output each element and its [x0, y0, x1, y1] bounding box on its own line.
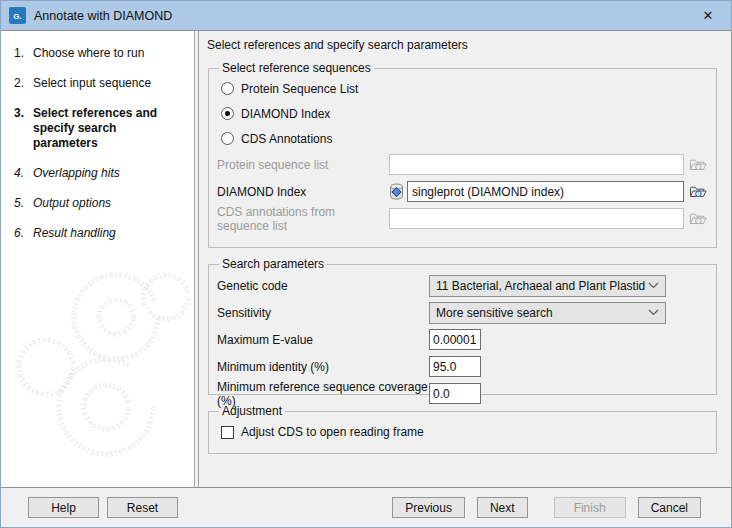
- diamond-index-row: DIAMOND Index: [217, 178, 708, 205]
- param-label: Minimum identity (%): [217, 360, 429, 374]
- adjustment-group: Adjustment Adjust CDS to open reading fr…: [208, 404, 717, 454]
- max-evalue-input[interactable]: [429, 329, 481, 350]
- window-title: Annotate with DIAMOND: [34, 9, 172, 23]
- svg-text:011010011001011010010110100101: 0110100110010110100101101001011010011001…: [1, 272, 137, 338]
- checkbox-unchecked-icon: [221, 426, 234, 439]
- radio-diamond-index[interactable]: DIAMOND Index: [221, 101, 708, 126]
- close-icon[interactable]: ✕: [685, 1, 731, 30]
- next-button[interactable]: Next: [477, 497, 528, 518]
- max-evalue-row: Maximum E-value: [217, 326, 708, 353]
- cancel-button[interactable]: Cancel: [638, 497, 701, 518]
- min-coverage-row: Minimum reference sequence coverage (%): [217, 380, 708, 407]
- step-label: Result handling: [33, 226, 183, 241]
- help-button[interactable]: Help: [28, 497, 99, 518]
- wizard-step-1: 1. Choose where to run: [14, 46, 194, 61]
- finish-button-disabled: Finish: [554, 497, 626, 518]
- radio-label: DIAMOND Index: [241, 107, 330, 121]
- folder-browse-icon: [689, 184, 707, 200]
- dropdown-selected-value: More sensitive search: [436, 306, 553, 320]
- title-bar[interactable]: G. Annotate with DIAMOND ✕: [1, 1, 731, 30]
- param-label: Genetic code: [217, 279, 429, 293]
- step-number: 2.: [14, 76, 33, 91]
- radio-label: CDS Annotations: [241, 132, 332, 146]
- diamond-index-element-icon: [389, 183, 404, 200]
- step-label: Output options: [33, 196, 183, 211]
- folder-browse-icon: [689, 157, 707, 173]
- adjust-cds-checkbox-row[interactable]: Adjust CDS to open reading frame: [221, 419, 708, 445]
- chevron-down-icon: [648, 309, 659, 316]
- min-identity-row: Minimum identity (%): [217, 353, 708, 380]
- radio-cds-annotations[interactable]: CDS Annotations: [221, 126, 708, 151]
- browse-button-disabled: [687, 210, 708, 228]
- dialog-button-bar: Help Reset Previous Next Finish Cancel: [1, 487, 731, 527]
- step-number: 4.: [14, 166, 33, 181]
- cds-annotations-input: [389, 208, 684, 229]
- wizard-step-3-current: 3. Select references and specify search …: [14, 106, 194, 151]
- step-label: Overlapping hits: [33, 166, 183, 181]
- group-legend: Select reference sequences: [219, 61, 374, 75]
- step-label: Select input sequence: [33, 76, 183, 91]
- field-label: DIAMOND Index: [217, 185, 389, 199]
- radio-label: Protein Sequence List: [241, 82, 358, 96]
- checkbox-label: Adjust CDS to open reading frame: [241, 425, 424, 439]
- wizard-step-list: 1. Choose where to run 2. Select input s…: [1, 31, 194, 241]
- select-reference-sequences-group: Select reference sequences Protein Seque…: [208, 61, 717, 248]
- chevron-down-icon: [648, 282, 659, 289]
- field-label: Protein sequence list: [217, 158, 389, 172]
- diamond-index-input[interactable]: [407, 181, 684, 202]
- binary-spiral-watermark-image: 0110100110010110100101101001011010011001…: [1, 272, 195, 487]
- param-label: Sensitivity: [217, 306, 429, 320]
- protein-sequence-list-row: Protein sequence list: [217, 151, 708, 178]
- sensitivity-row: Sensitivity More sensitive search: [217, 299, 708, 326]
- wizard-step-5: 5. Output options: [14, 196, 194, 211]
- genetic-code-dropdown[interactable]: 11 Bacterial, Archaeal and Plant Plastid: [429, 275, 666, 297]
- wizard-step-6: 6. Result handling: [14, 226, 194, 241]
- wizard-main-panel: Select references and specify search par…: [198, 31, 731, 487]
- browse-button-disabled: [687, 156, 708, 174]
- dropdown-selected-value: 11 Bacterial, Archaeal and Plant Plastid: [436, 279, 645, 293]
- browse-diamond-index-button[interactable]: [687, 183, 708, 201]
- sensitivity-dropdown[interactable]: More sensitive search: [429, 302, 666, 324]
- previous-button[interactable]: Previous: [392, 497, 465, 518]
- group-legend: Search parameters: [219, 257, 327, 271]
- min-identity-input[interactable]: [429, 356, 481, 377]
- search-parameters-group: Search parameters Genetic code 11 Bacter…: [208, 257, 717, 395]
- group-legend: Adjustment: [219, 404, 285, 418]
- protein-sequence-list-input: [389, 154, 684, 175]
- cds-annotations-row: CDS annotations from sequence list: [217, 205, 708, 232]
- reset-button[interactable]: Reset: [107, 497, 178, 518]
- wizard-body: 1. Choose where to run 2. Select input s…: [1, 30, 731, 487]
- radio-icon: [221, 132, 234, 145]
- wizard-step-4: 4. Overlapping hits: [14, 166, 194, 181]
- radio-selected-icon: [221, 107, 234, 120]
- step-label: Choose where to run: [33, 46, 183, 61]
- wizard-steps-sidebar: 1. Choose where to run 2. Select input s…: [1, 31, 195, 487]
- step-number: 5.: [14, 196, 33, 211]
- min-coverage-input[interactable]: [429, 383, 481, 404]
- app-icon: G.: [9, 7, 26, 24]
- field-label: CDS annotations from sequence list: [217, 205, 389, 233]
- genetic-code-row: Genetic code 11 Bacterial, Archaeal and …: [217, 272, 708, 299]
- annotate-with-diamond-dialog: G. Annotate with DIAMOND ✕ 1. Choose whe…: [0, 0, 732, 528]
- page-title: Select references and specify search par…: [203, 31, 717, 52]
- step-number: 1.: [14, 46, 33, 61]
- step-number: 6.: [14, 226, 33, 241]
- radio-protein-sequence-list[interactable]: Protein Sequence List: [221, 76, 708, 101]
- step-number: 3.: [14, 106, 33, 151]
- folder-browse-icon: [689, 211, 707, 227]
- radio-icon: [221, 82, 234, 95]
- step-label: Select references and specify search par…: [33, 106, 183, 151]
- wizard-step-2: 2. Select input sequence: [14, 76, 194, 91]
- param-label: Maximum E-value: [217, 333, 429, 347]
